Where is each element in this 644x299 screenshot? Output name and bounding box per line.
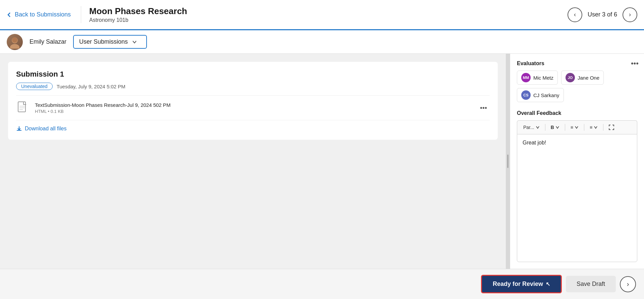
toolbar-divider-3	[584, 124, 584, 131]
download-icon	[16, 126, 22, 132]
assignment-title: Moon Phases Research	[89, 6, 187, 16]
evaluator-chip-jane-one: JO Jane One	[561, 71, 604, 85]
align-button[interactable]: ≡	[569, 123, 581, 131]
paragraph-style-button[interactable]: Par...	[521, 123, 542, 131]
avatar-icon	[8, 35, 21, 49]
evaluator-chip-mic-metz: MM Mic Metz	[517, 71, 558, 85]
paragraph-dropdown-icon	[536, 125, 540, 129]
panel-divider[interactable]	[506, 54, 510, 269]
align-dropdown-icon	[575, 125, 579, 129]
evaluator-avatar-mm: MM	[521, 73, 531, 82]
evaluator-name-jane-one: Jane One	[578, 75, 599, 81]
file-more-options-button[interactable]: •••	[477, 103, 490, 113]
next-user-button[interactable]: ›	[623, 7, 637, 22]
feedback-section: Overall Feedback Par... B ≡	[517, 110, 637, 262]
user-name-label: Emily Salazar	[30, 38, 66, 45]
svg-rect-3	[18, 102, 25, 112]
save-draft-label: Save Draft	[577, 281, 605, 287]
save-draft-button[interactable]: Save Draft	[566, 276, 616, 292]
file-name: TextSubmission-Moon Phases Research-Jul …	[35, 102, 472, 108]
file-meta: HTML • 0.1 KB	[35, 109, 472, 114]
bottom-bar: Ready for Review ↖ Save Draft ›	[0, 269, 644, 299]
bold-label: B	[551, 125, 554, 130]
previous-user-button[interactable]: ‹	[568, 7, 582, 22]
feedback-label: Overall Feedback	[517, 110, 637, 116]
page-header: Back to Submissions Moon Phases Research…	[0, 0, 644, 30]
file-row: TextSubmission-Moon Phases Research-Jul …	[16, 95, 490, 120]
file-type-icon	[16, 101, 30, 115]
right-panel: ••• Evaluators MM Mic Metz JO Jane One C…	[510, 54, 644, 269]
status-badge: Unevaluated	[16, 83, 53, 90]
avatar-image	[7, 34, 23, 50]
file-separator: •	[48, 109, 51, 114]
back-to-submissions-link[interactable]: Back to Submissions	[7, 11, 71, 18]
header-title-block: Moon Phases Research Astronomy 101b	[81, 6, 187, 23]
bold-button[interactable]: B	[549, 123, 561, 131]
svg-point-1	[10, 44, 19, 49]
submission-card: Submission 1 Unevaluated Tuesday, July 9…	[8, 62, 498, 140]
submission-title: Submission 1	[16, 70, 490, 79]
bold-dropdown-icon	[555, 125, 559, 129]
feedback-text: Great job!	[523, 140, 546, 145]
user-counter: User 3 of 6	[588, 11, 617, 18]
evaluator-avatar-cs: CS	[521, 90, 531, 100]
evaluator-chip-cj-sarkany: CS CJ Sarkany	[517, 88, 564, 102]
ready-label: Ready for Review	[493, 281, 543, 288]
toolbar-divider-4	[603, 124, 603, 131]
cursor-icon: ↖	[546, 281, 550, 287]
download-all-files-link[interactable]: Download all files	[16, 126, 490, 132]
left-panel: Submission 1 Unevaluated Tuesday, July 9…	[0, 54, 506, 269]
back-arrow-icon	[7, 12, 12, 17]
evaluators-label: Evaluators	[517, 60, 637, 67]
feedback-toolbar: Par... B ≡	[517, 120, 637, 134]
back-label: Back to Submissions	[15, 11, 71, 18]
toolbar-divider-2	[565, 124, 565, 131]
list-button[interactable]: ≡	[588, 123, 600, 131]
toolbar-divider-1	[545, 124, 545, 131]
document-icon	[17, 101, 28, 114]
submission-date: Tuesday, July 9, 2024 5:02 PM	[57, 84, 125, 89]
evaluator-name-cj-sarkany: CJ Sarkany	[533, 92, 559, 98]
file-type: HTML	[35, 109, 47, 114]
paragraph-label: Par...	[523, 125, 534, 130]
user-submissions-dropdown[interactable]: User Submissions	[73, 35, 147, 49]
list-dropdown-icon	[594, 125, 598, 129]
svg-point-2	[12, 37, 17, 43]
header-navigation: ‹ User 3 of 6 ›	[568, 7, 637, 22]
main-content: Submission 1 Unevaluated Tuesday, July 9…	[0, 54, 644, 269]
file-info: TextSubmission-Moon Phases Research-Jul …	[35, 102, 472, 114]
divider-handle	[507, 155, 508, 168]
avatar	[7, 34, 23, 50]
file-size: 0.1 KB	[51, 109, 64, 114]
submission-meta: Unevaluated Tuesday, July 9, 2024 5:02 P…	[16, 83, 490, 90]
feedback-editor[interactable]: Great job!	[517, 134, 637, 262]
align-icon: ≡	[571, 125, 573, 130]
sub-header: Emily Salazar User Submissions	[0, 30, 644, 54]
evaluators-list: MM Mic Metz JO Jane One CS CJ Sarkany	[517, 71, 637, 102]
evaluators-section: Evaluators MM Mic Metz JO Jane One CS CJ…	[517, 60, 637, 102]
evaluator-name-mic-metz: Mic Metz	[533, 75, 553, 81]
list-icon: ≡	[590, 125, 592, 130]
dropdown-label: User Submissions	[79, 38, 128, 45]
download-label: Download all files	[25, 126, 67, 132]
chevron-down-icon	[132, 39, 137, 45]
evaluator-avatar-jo: JO	[566, 73, 575, 82]
expand-button[interactable]	[607, 123, 616, 131]
ready-for-review-button[interactable]: Ready for Review ↖	[481, 275, 562, 293]
course-subtitle: Astronomy 101b	[89, 17, 187, 23]
right-panel-more-button[interactable]: •••	[631, 59, 639, 68]
next-button[interactable]: ›	[620, 276, 636, 292]
expand-icon	[609, 125, 614, 130]
